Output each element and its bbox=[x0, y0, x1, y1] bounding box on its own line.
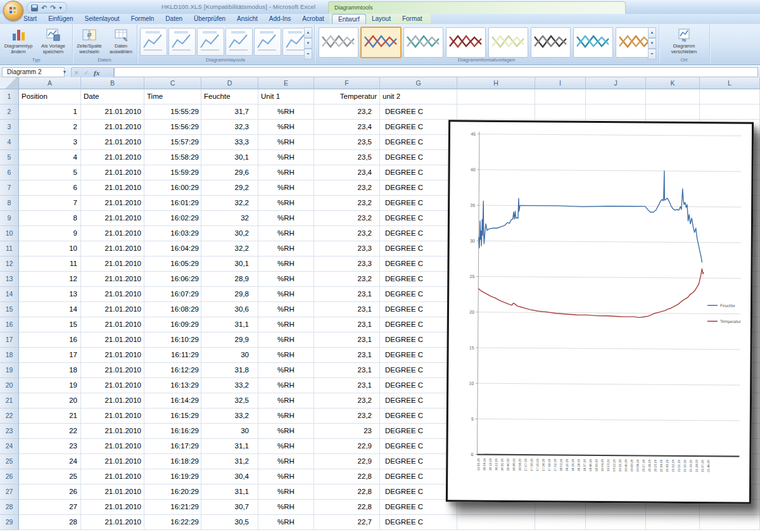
cell-G21[interactable]: DEGREE C bbox=[380, 393, 457, 408]
cell-D29[interactable]: 30,5 bbox=[201, 515, 258, 530]
cell-E12[interactable]: %RH bbox=[258, 256, 314, 272]
row-header-22[interactable]: 22 bbox=[0, 408, 19, 424]
cell-K29[interactable] bbox=[646, 515, 700, 530]
col-header-D[interactable]: D bbox=[201, 77, 258, 89]
cell-E10[interactable]: %RH bbox=[258, 226, 314, 241]
cell-D5[interactable]: 30,1 bbox=[201, 150, 258, 165]
col-header-G[interactable]: G bbox=[380, 77, 457, 89]
name-box-dropdown-icon[interactable]: ▼ bbox=[60, 67, 69, 77]
cell-L2[interactable] bbox=[700, 104, 760, 120]
row-header-10[interactable]: 10 bbox=[0, 226, 19, 241]
embedded-chart[interactable]: 05101520253035404515:55:2916:04:2916:13:… bbox=[446, 120, 754, 504]
cell-E20[interactable]: %RH bbox=[258, 378, 314, 393]
cell-F21[interactable]: 23,2 bbox=[314, 393, 380, 408]
chart-style-thumb[interactable] bbox=[488, 27, 528, 58]
chart-style-thumb[interactable] bbox=[403, 27, 443, 58]
row-header-20[interactable]: 20 bbox=[0, 378, 19, 393]
row-header-11[interactable]: 11 bbox=[0, 241, 19, 256]
cell-F13[interactable]: 23,2 bbox=[314, 272, 380, 287]
cell-E23[interactable]: %RH bbox=[258, 424, 314, 439]
cell-A11[interactable]: 10 bbox=[19, 241, 81, 256]
cell-A19[interactable]: 18 bbox=[19, 363, 81, 378]
cell-G17[interactable]: DEGREE C bbox=[380, 332, 457, 348]
row-header-28[interactable]: 28 bbox=[0, 500, 19, 515]
cell-C17[interactable]: 16:10:29 bbox=[144, 332, 201, 348]
cell-I29[interactable] bbox=[535, 515, 586, 530]
cell-B3[interactable]: 21.01.2010 bbox=[81, 120, 144, 135]
cell-G1[interactable]: unit 2 bbox=[380, 89, 457, 104]
cell-K1[interactable] bbox=[646, 89, 700, 104]
col-header-F[interactable]: F bbox=[314, 77, 380, 89]
cell-G7[interactable]: DEGREE C bbox=[380, 180, 457, 196]
cell-F6[interactable]: 23,4 bbox=[314, 165, 380, 180]
cell-G13[interactable]: DEGREE C bbox=[380, 272, 457, 287]
cell-A14[interactable]: 13 bbox=[19, 287, 81, 302]
cell-E13[interactable]: %RH bbox=[258, 272, 314, 287]
cell-C9[interactable]: 16:02:29 bbox=[144, 211, 201, 226]
cell-D23[interactable]: 30 bbox=[201, 424, 258, 439]
cell-D27[interactable]: 31,1 bbox=[201, 484, 258, 500]
cell-G20[interactable]: DEGREE C bbox=[380, 378, 457, 393]
col-header-J[interactable]: J bbox=[586, 77, 646, 89]
cell-G14[interactable]: DEGREE C bbox=[380, 287, 457, 302]
cell-B8[interactable]: 21.01.2010 bbox=[81, 196, 144, 211]
cell-A16[interactable]: 15 bbox=[19, 317, 81, 332]
cell-C29[interactable]: 16:22:29 bbox=[144, 515, 201, 530]
cell-A9[interactable]: 8 bbox=[19, 211, 81, 226]
col-header-H[interactable]: H bbox=[457, 77, 535, 89]
cell-J29[interactable] bbox=[586, 515, 646, 530]
cell-F19[interactable]: 23,1 bbox=[314, 363, 380, 378]
cell-B9[interactable]: 21.01.2010 bbox=[81, 211, 144, 226]
cell-B11[interactable]: 21.01.2010 bbox=[81, 241, 144, 256]
cell-D28[interactable]: 30,7 bbox=[201, 500, 258, 515]
row-header-12[interactable]: 12 bbox=[0, 256, 19, 272]
gallery-scroll-down-icon[interactable]: ▼ bbox=[648, 38, 656, 49]
chart-style-thumb[interactable] bbox=[446, 27, 486, 58]
cell-L1[interactable] bbox=[700, 89, 760, 104]
cell-E16[interactable]: %RH bbox=[258, 317, 314, 332]
cell-E2[interactable]: %RH bbox=[258, 104, 314, 120]
cell-F25[interactable]: 22,9 bbox=[314, 454, 380, 469]
cell-D1[interactable]: Feuchte bbox=[201, 89, 258, 104]
row-header-2[interactable]: 2 bbox=[0, 104, 19, 120]
col-header-C[interactable]: C bbox=[144, 77, 201, 89]
cell-B16[interactable]: 21.01.2010 bbox=[81, 317, 144, 332]
row-header-25[interactable]: 25 bbox=[0, 454, 19, 469]
cell-L29[interactable] bbox=[700, 515, 760, 530]
chart-style-thumb[interactable] bbox=[319, 27, 358, 58]
col-header-E[interactable]: E bbox=[258, 77, 314, 89]
cell-C27[interactable]: 16:20:29 bbox=[144, 484, 201, 500]
cell-B1[interactable]: Date bbox=[81, 89, 144, 104]
cell-B19[interactable]: 21.01.2010 bbox=[81, 363, 144, 378]
cell-D18[interactable]: 30 bbox=[201, 348, 258, 363]
cell-A10[interactable]: 9 bbox=[19, 226, 81, 241]
row-header-17[interactable]: 17 bbox=[0, 332, 19, 348]
cell-B10[interactable]: 21.01.2010 bbox=[81, 226, 144, 241]
cell-B15[interactable]: 21.01.2010 bbox=[81, 302, 144, 317]
cell-A27[interactable]: 26 bbox=[19, 484, 81, 500]
cell-C1[interactable]: Time bbox=[144, 89, 201, 104]
cell-D14[interactable]: 29,8 bbox=[201, 287, 258, 302]
cell-D3[interactable]: 32,3 bbox=[201, 120, 258, 135]
cell-F2[interactable]: 23,2 bbox=[314, 104, 380, 120]
cell-J2[interactable] bbox=[586, 104, 646, 120]
cell-F5[interactable]: 23,5 bbox=[314, 150, 380, 165]
cell-F12[interactable]: 23,3 bbox=[314, 256, 380, 272]
cell-A8[interactable]: 7 bbox=[19, 196, 81, 211]
cell-B14[interactable]: 21.01.2010 bbox=[81, 287, 144, 302]
cell-I1[interactable] bbox=[535, 89, 586, 104]
cell-A1[interactable]: Position bbox=[19, 89, 81, 104]
cell-D6[interactable]: 29,6 bbox=[201, 165, 258, 180]
tab-layout[interactable]: Layout bbox=[366, 14, 396, 23]
cell-C22[interactable]: 16:15:29 bbox=[144, 408, 201, 424]
col-header-L[interactable]: L bbox=[700, 77, 760, 89]
cell-E17[interactable]: %RH bbox=[258, 332, 314, 348]
tab-ansicht[interactable]: Ansicht bbox=[231, 14, 263, 23]
cell-E9[interactable]: %RH bbox=[258, 211, 314, 226]
cell-G4[interactable]: DEGREE C bbox=[380, 135, 457, 150]
cell-E26[interactable]: %RH bbox=[258, 469, 314, 484]
cell-A3[interactable]: 2 bbox=[19, 120, 81, 135]
cell-B29[interactable]: 21.01.2010 bbox=[81, 515, 144, 530]
cell-C20[interactable]: 16:13:29 bbox=[144, 378, 201, 393]
enter-icon[interactable]: ✓ bbox=[82, 70, 92, 76]
